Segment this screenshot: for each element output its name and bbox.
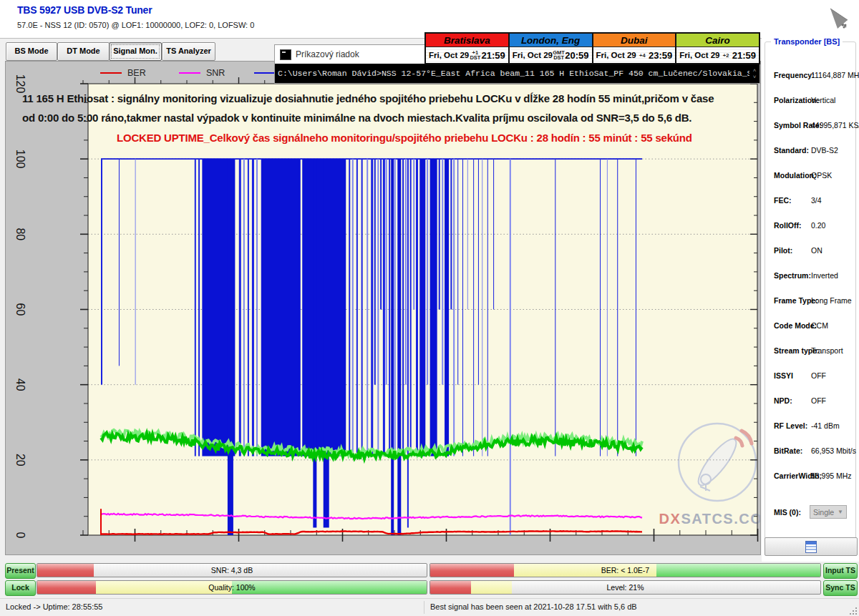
tp-field-value: DVB-S2: [811, 146, 838, 155]
y-axis-label: 40: [14, 378, 26, 391]
quality-drop: [410, 159, 412, 456]
quality-drop: [416, 159, 418, 456]
tp-field-value: Transport: [811, 346, 843, 355]
transponder-list-button[interactable]: [765, 537, 858, 556]
tp-field-value: 53,995 MHz: [811, 471, 852, 480]
quality-drop: [386, 159, 387, 385]
best-signal-status: Best signal has been seen at 2021-10-28 …: [430, 602, 637, 611]
quality-drop: [349, 159, 350, 456]
quality-drop: [427, 159, 428, 385]
clock-london-eng: London, EngFri, Oct 29GMTDST20:59: [508, 34, 592, 63]
clock-city-label: London, Eng: [510, 34, 592, 47]
tp-label-text: Pilot:: [774, 246, 792, 255]
scroll-down-icon[interactable]: ˅: [753, 74, 757, 80]
tp-field-value: -41 dBm: [811, 421, 840, 430]
tp-field-value: OFF: [811, 396, 826, 405]
mis-dropdown[interactable]: Single ▼: [810, 505, 847, 519]
utc-offset: +2: [723, 53, 729, 58]
app-title: TBS 5927 USB DVB-S2 Tuner: [17, 4, 152, 16]
tp-field-value: OFF: [811, 371, 826, 380]
y-axis-label: 0: [14, 532, 26, 539]
app-subtitle: 57.0E - NSS 12 (ID: 0570) @ LOF1: 100000…: [17, 21, 254, 29]
document-list-icon: [805, 541, 817, 553]
toolbar-button-signal-mon[interactable]: Signal Mon.: [109, 42, 162, 61]
clock-time-row: Fri, Oct 29+221:59: [676, 47, 759, 63]
utc-offset: +4: [639, 53, 646, 58]
quality-drop: [356, 159, 358, 456]
tp-label-text: RF Level:: [774, 421, 807, 430]
cmd-scrollbar[interactable]: ˄ ˅: [749, 67, 759, 80]
resize-grip[interactable]: [849, 607, 858, 615]
tp-field-label: Frequency:: [774, 71, 815, 79]
quality-drop: [371, 159, 373, 456]
quality-drop: [101, 159, 102, 385]
sync-ts-button[interactable]: Sync TS: [823, 580, 858, 596]
quality-drop: [493, 159, 494, 309]
quality-drop: [383, 159, 385, 456]
tp-field-value: Inverted: [811, 271, 838, 280]
quality-drop: [252, 159, 254, 456]
clock-offset: +1DST: [469, 50, 481, 60]
clock-cairo: CairoFri, Oct 29+221:59: [675, 34, 759, 63]
tp-label-text: Spectrum:: [774, 271, 811, 280]
quality-drop: [239, 159, 241, 456]
present-indicator-button[interactable]: Present: [5, 563, 36, 579]
quality-drop: [243, 159, 245, 456]
input-ts-button[interactable]: Input TS: [823, 563, 858, 579]
clock-time: 20:59: [565, 50, 588, 61]
quality-drop: [555, 159, 555, 456]
transponder-groupbox: Transponder [BS] Frequency:11164,887 MHz…: [765, 41, 856, 544]
tp-field-value: Long Frame: [811, 296, 852, 305]
clock-date: Fri, Oct 29: [429, 51, 469, 59]
lock-indicator-button[interactable]: Lock: [5, 580, 36, 596]
quality-drop: [407, 159, 409, 527]
quality-drop: [482, 159, 482, 456]
quality-drop: [510, 159, 511, 535]
dst-flag: DST: [470, 55, 480, 60]
quality-drop: [198, 159, 200, 456]
quality-drop: [445, 159, 449, 456]
clock-date: Fri, Oct 29: [679, 51, 719, 59]
status-separator: [424, 601, 424, 614]
tp-field-label: Modulation:: [774, 171, 816, 180]
level-bar-label: Level: 21%: [430, 581, 820, 594]
quality-drop: [374, 159, 376, 385]
clock-time: 21:59: [732, 50, 756, 61]
status-bar: Locked -> Uptime: 28:55:55 Best signal h…: [0, 598, 859, 616]
tp-label-text: Standard:: [774, 146, 809, 155]
quality-drop: [391, 159, 394, 535]
toolbar-button-dt-mode[interactable]: DT Mode: [57, 42, 110, 61]
quality-drop: [419, 159, 425, 456]
chart-annotation-2: od 0:00 do 5:00 ráno,takmer nastal výpad…: [22, 112, 691, 124]
level-progress-bar: Level: 21%: [430, 580, 821, 595]
quality-drop: [439, 159, 440, 309]
quality-drop: [394, 159, 396, 456]
quality-drop: [413, 159, 414, 309]
tp-field-value: 0.20: [811, 221, 825, 230]
quality-drop: [397, 159, 401, 535]
y-axis-label: 80: [14, 228, 26, 240]
clock-time-row: Fri, Oct 29+423:59: [593, 47, 676, 63]
world-clocks-panel: BratislavaFri, Oct 29+1DST21:59London, E…: [424, 32, 760, 64]
clock-time: 23:59: [649, 50, 672, 61]
tp-label-text: Frequency:: [774, 71, 815, 79]
quality-drop: [261, 159, 301, 456]
command-prompt-body[interactable]: C:\Users\Roman Dávid>NSS 12-57°E_East Af…: [275, 64, 759, 83]
clock-date: Fri, Oct 29: [596, 51, 636, 59]
quality-drop: [389, 159, 390, 456]
tp-field-value: Vertical: [811, 96, 835, 104]
tp-field-label: FEC:: [774, 196, 792, 205]
tp-field-value: 3/4: [811, 196, 822, 205]
tp-label-text: Modulation:: [774, 171, 816, 180]
toolbar-button-bs-mode[interactable]: BS Mode: [6, 42, 57, 61]
tp-label-text: FEC:: [774, 196, 792, 205]
quality-progress-bar: Quality: 100%: [37, 580, 427, 595]
clock-dubai: DubaiFri, Oct 29+423:59: [592, 34, 676, 63]
quality-drop: [430, 159, 437, 456]
quality-drop: [487, 159, 488, 456]
toolbar-button-ts-analyzer[interactable]: TS Analyzer (OK): [162, 42, 215, 61]
quality-drop: [617, 159, 618, 456]
clock-time-row: Fri, Oct 29+1DST21:59: [426, 47, 508, 63]
scroll-up-icon[interactable]: ˄: [753, 67, 757, 74]
tp-field-label: Standard:: [774, 146, 809, 155]
